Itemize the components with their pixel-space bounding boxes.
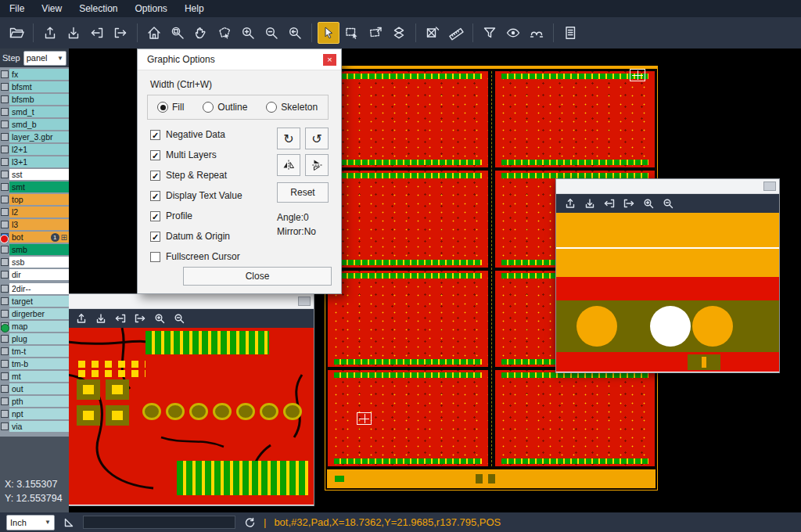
import-down-button[interactable]	[94, 311, 108, 325]
close-button[interactable]: Close	[183, 267, 332, 286]
layer-visibility-checkbox[interactable]	[0, 83, 9, 91]
pan-left-button[interactable]	[602, 196, 616, 210]
layer-visibility-checkbox[interactable]	[0, 360, 9, 368]
layer-row[interactable]: npt	[0, 408, 69, 419]
layer-visibility-checkbox[interactable]	[0, 322, 9, 330]
layer-row[interactable]: smd_b	[0, 119, 69, 130]
option-checkbox[interactable]: ✓ Negative Data	[150, 129, 242, 140]
layer-row[interactable]: tm-t	[0, 346, 69, 357]
import-up-button[interactable]	[74, 311, 88, 325]
layer-row[interactable]: bfsmt	[0, 81, 69, 92]
menu-view[interactable]: View	[41, 3, 62, 14]
layer-visibility-checkbox[interactable]	[0, 108, 9, 116]
menu-help[interactable]: Help	[185, 3, 204, 14]
zoom-in-button[interactable]	[237, 22, 259, 44]
rect-select-button[interactable]	[341, 22, 363, 44]
pan-left-button[interactable]	[113, 311, 128, 325]
layer-row[interactable]: bot 1 ⊞	[0, 232, 69, 243]
menu-selection[interactable]: Selection	[79, 3, 117, 14]
layer-visibility-checkbox[interactable]	[0, 271, 9, 279]
measure-area-button[interactable]	[422, 22, 444, 44]
layer-visibility-checkbox[interactable]	[0, 196, 9, 203]
refresh-icon[interactable]	[243, 516, 256, 529]
detail-window-titlebar[interactable]	[556, 179, 779, 194]
layer-row[interactable]: plug	[0, 333, 69, 344]
layer-row[interactable]: tm-b	[0, 358, 69, 369]
option-checkbox[interactable]: Fullscreen Cursor	[150, 251, 242, 262]
layer-row[interactable]: ssb	[0, 257, 69, 268]
pan-right-button[interactable]	[133, 311, 147, 325]
import-down-button[interactable]	[63, 22, 84, 44]
layer-row[interactable]: l2+1	[0, 144, 69, 155]
visibility-button[interactable]	[502, 22, 524, 44]
width-mode-radio[interactable]: Outline	[203, 102, 247, 113]
layer-visibility-checkbox[interactable]	[0, 385, 9, 393]
layer-visibility-checkbox[interactable]	[0, 133, 9, 141]
pan-hand-button[interactable]	[190, 22, 212, 44]
layer-row[interactable]: layer_3.gbr	[0, 131, 69, 142]
layers-button[interactable]	[388, 22, 410, 44]
window-control-box[interactable]	[298, 297, 311, 306]
option-checkbox[interactable]: ✓ Profile	[150, 210, 242, 221]
zoom-out-button[interactable]	[260, 22, 282, 44]
layer-visibility-checkbox[interactable]	[0, 410, 9, 418]
measure-ruler-button[interactable]	[445, 22, 467, 44]
layer-visibility-checkbox[interactable]	[0, 171, 9, 178]
layer-visibility-checkbox[interactable]	[0, 347, 9, 355]
layer-row[interactable]: via	[0, 421, 69, 432]
layer-row[interactable]: pth	[0, 396, 69, 407]
command-input[interactable]	[83, 516, 235, 529]
layer-visibility-checkbox[interactable]	[0, 95, 9, 103]
snap-button[interactable]	[526, 22, 548, 44]
zoom-previous-button[interactable]	[284, 22, 306, 44]
layer-visibility-checkbox[interactable]	[0, 221, 9, 228]
layer-row[interactable]: smd_t	[0, 106, 69, 117]
import-up-button[interactable]	[563, 196, 577, 210]
layer-row[interactable]: dirgerber	[0, 308, 69, 319]
option-checkbox[interactable]: ✓ Step & Repeat	[150, 170, 242, 181]
option-checkbox[interactable]: ✓ Datum & Origin	[150, 231, 242, 242]
reset-button[interactable]: Reset	[277, 182, 329, 203]
cursor-select-button[interactable]	[318, 22, 339, 44]
layer-visibility-checkbox[interactable]	[0, 285, 9, 293]
menu-file[interactable]: File	[9, 3, 24, 14]
layer-row[interactable]: top	[0, 194, 69, 205]
width-mode-radio[interactable]: Skeleton	[266, 102, 318, 113]
zoom-in-button[interactable]	[153, 311, 167, 325]
zoom-out-button[interactable]	[661, 196, 675, 210]
pan-right-button[interactable]	[622, 196, 636, 210]
layer-row[interactable]: target	[0, 296, 69, 307]
width-mode-radio[interactable]: Fill	[157, 102, 184, 113]
unit-select[interactable]: Inch ▼	[6, 515, 55, 530]
rotate-ccw-button[interactable]: ↺	[305, 128, 329, 149]
layer-row[interactable]: mt	[0, 371, 69, 382]
filter-button[interactable]	[479, 22, 501, 44]
transform-select-button[interactable]	[365, 22, 386, 44]
menu-options[interactable]: Options	[135, 3, 167, 14]
layer-visibility-checkbox[interactable]	[0, 310, 9, 318]
layer-visibility-checkbox[interactable]	[0, 70, 9, 78]
layer-row[interactable]: smb	[0, 244, 69, 255]
mirror-horizontal-button[interactable]	[277, 154, 300, 176]
layer-visibility-checkbox[interactable]	[0, 208, 9, 216]
layer-row[interactable]: dir	[0, 269, 69, 280]
layer-visibility-checkbox[interactable]	[0, 158, 9, 166]
grid-icon[interactable]: ⊞	[61, 233, 67, 242]
mirror-vertical-button[interactable]	[305, 154, 329, 176]
layer-visibility-checkbox[interactable]	[0, 335, 9, 343]
layer-row[interactable]: bfsmb	[0, 94, 69, 105]
layer-row[interactable]: l2	[0, 207, 69, 217]
rotate-cw-button[interactable]: ↻	[277, 128, 300, 149]
window-control-box[interactable]	[763, 182, 776, 191]
step-select[interactable]: panel ▼	[23, 51, 66, 66]
layer-visibility-checkbox[interactable]	[0, 397, 9, 405]
zoom-in-button[interactable]	[641, 196, 656, 210]
layer-row[interactable]: 2dir--	[0, 283, 69, 294]
layer-row[interactable]: l3	[0, 219, 69, 230]
layer-visibility-checkbox[interactable]	[0, 183, 9, 191]
import-down-button[interactable]	[583, 196, 597, 210]
dialog-titlebar[interactable]: Graphic Options ×	[138, 49, 341, 70]
pan-right-button[interactable]	[110, 22, 131, 44]
open-folder-button[interactable]	[5, 22, 27, 44]
zoom-window-button[interactable]	[167, 22, 189, 44]
